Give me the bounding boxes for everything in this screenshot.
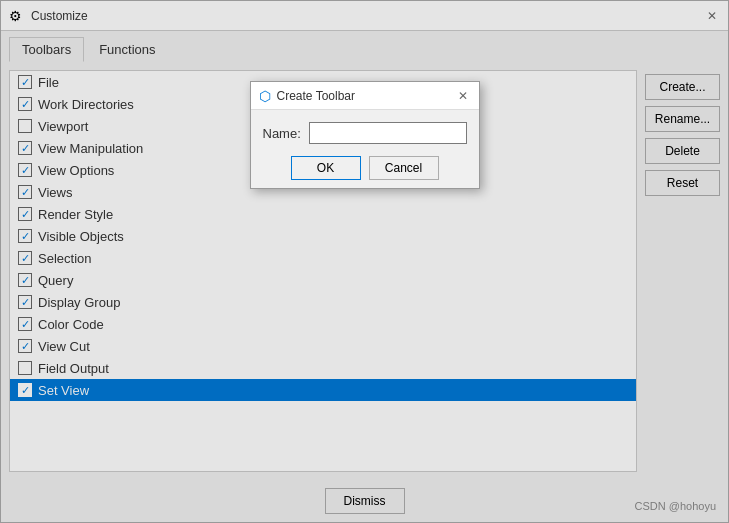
dialog-close-button[interactable]: ✕: [455, 88, 471, 104]
dialog-title-left: ⬡ Create Toolbar: [259, 88, 356, 104]
dialog-cancel-button[interactable]: Cancel: [369, 156, 439, 180]
dialog-title-text: Create Toolbar: [277, 89, 356, 103]
main-window: ⚙ Customize ✕ Toolbars Functions FileWor…: [0, 0, 729, 523]
modal-overlay: ⬡ Create Toolbar ✕ Name: OK Cancel: [1, 1, 728, 522]
dialog-name-row: Name:: [263, 122, 467, 144]
dialog-name-label: Name:: [263, 126, 301, 141]
dialog-ok-button[interactable]: OK: [291, 156, 361, 180]
dialog-name-input[interactable]: [309, 122, 467, 144]
dialog-title-bar: ⬡ Create Toolbar ✕: [251, 82, 479, 110]
dialog-icon: ⬡: [259, 88, 271, 104]
dialog-body: Name: OK Cancel: [251, 110, 479, 188]
dialog-buttons: OK Cancel: [263, 156, 467, 180]
create-toolbar-dialog: ⬡ Create Toolbar ✕ Name: OK Cancel: [250, 81, 480, 189]
